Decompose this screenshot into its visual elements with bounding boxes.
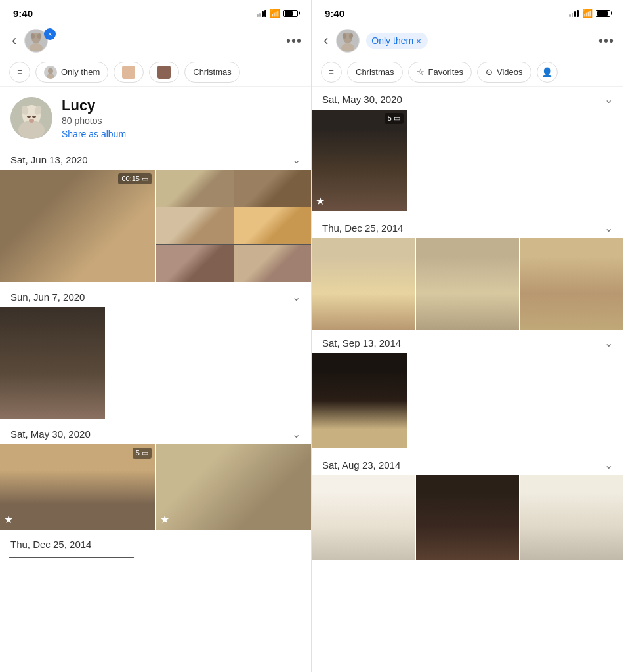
date-label-aug23-right: Sat, Aug 23, 2014 — [322, 459, 400, 471]
photo-cell-1-may30-left[interactable]: 5 ▭ ★ — [0, 444, 155, 530]
profile-section: Lucy 80 photos Share as album — [0, 87, 311, 147]
svg-point-8 — [18, 121, 45, 139]
date-label-jun7: Sun, Jun 7, 2020 — [10, 291, 85, 303]
more-button-left[interactable]: ••• — [286, 33, 302, 49]
avatar-chip-left[interactable]: × — [24, 29, 56, 52]
filter-person-icon-right[interactable]: 👤 — [537, 62, 558, 83]
filter-chip-thumb1-left[interactable] — [114, 62, 144, 83]
chevron-down-dec25-right[interactable]: ⌄ — [604, 222, 613, 234]
photo-row-may30-left: 5 ▭ ★ ★ — [0, 444, 311, 532]
photo-cell-xmas2[interactable] — [416, 238, 519, 330]
chevron-down-jun13[interactable]: ⌄ — [292, 154, 301, 166]
date-label-may30-right: Sat, May 30, 2020 — [322, 94, 402, 105]
filter-icon-button-left[interactable]: ≡ — [9, 62, 30, 83]
date-label-sep13-right: Sat, Sep 13, 2014 — [322, 337, 401, 348]
signal-icon-left — [257, 10, 266, 17]
photo-trio-dec25-right — [312, 238, 623, 330]
profile-avatar — [10, 97, 52, 139]
svg-point-15 — [341, 43, 354, 51]
top-bar-right: ‹ Only them × ••• — [312, 24, 623, 58]
filter-chip-videos-right[interactable]: ⊙ Videos — [477, 62, 531, 83]
photo-cell-aug2[interactable] — [416, 475, 519, 560]
date-label-dec25-hint: Thu, Dec 25, 2014 — [10, 539, 91, 550]
date-header-may30-right[interactable]: Sat, May 30, 2020 ⌄ — [312, 87, 623, 110]
photo-badge-may30-left: 5 ▭ — [133, 448, 152, 459]
photo-cell-aug1[interactable] — [312, 475, 415, 560]
status-icons-right: 📶 — [569, 9, 610, 18]
chip-close-right[interactable]: × — [416, 36, 421, 46]
photo-cell-2-may30-left[interactable]: ★ — [156, 444, 311, 530]
person-chip-label-right[interactable]: Only them × — [366, 33, 427, 49]
chevron-down-sep13-right[interactable]: ⌄ — [604, 337, 613, 349]
status-time-left: 9:40 — [13, 8, 33, 19]
filter-chip-christmas-left[interactable]: Christmas — [184, 62, 240, 83]
profile-photo-count: 80 photos — [62, 116, 126, 126]
status-time-right: 9:40 — [325, 8, 344, 19]
date-header-jun7[interactable]: Sun, Jun 7, 2020 ⌄ — [0, 284, 311, 307]
wifi-icon-right: 📶 — [582, 9, 593, 18]
chip-text-right: Only them — [371, 35, 413, 46]
filter-chip-thumb2-left[interactable] — [149, 62, 179, 83]
chevron-down-jun7[interactable]: ⌄ — [292, 291, 301, 303]
close-chip-left[interactable]: × — [44, 28, 56, 40]
date-label-dec25-right: Thu, Dec 25, 2014 — [322, 222, 403, 234]
collage-grid-jun13 — [156, 170, 311, 282]
status-bar-left: 9:40 📶 — [0, 0, 311, 24]
collage-cell-6 — [234, 245, 312, 282]
more-button-right[interactable]: ••• — [598, 33, 614, 49]
back-button-left[interactable]: ‹ — [9, 31, 19, 51]
chevron-down-may30-left[interactable]: ⌄ — [292, 428, 301, 440]
filter-chip-christmas-right[interactable]: Christmas — [347, 62, 403, 83]
chevron-down-aug23-right[interactable]: ⌄ — [604, 459, 613, 471]
filter-chip-only-them-left[interactable]: Only them — [35, 62, 108, 83]
svg-point-1 — [30, 43, 43, 51]
svg-point-13 — [29, 119, 34, 123]
svg-point-5 — [47, 74, 54, 79]
photo-cell-jun7[interactable] — [0, 307, 105, 419]
profile-name: Lucy — [62, 97, 126, 114]
date-header-dec25-right[interactable]: Thu, Dec 25, 2014 ⌄ — [312, 215, 623, 238]
filter-chip-favorites-right[interactable]: ☆ Favorites — [408, 62, 472, 83]
photo-cell-may30-right[interactable]: 5 ▭ ★ — [312, 110, 407, 211]
scroll-indicator-left — [9, 556, 134, 558]
thumb1-left — [122, 66, 135, 79]
filter-label-favorites-right: Favorites — [428, 67, 463, 77]
svg-point-12 — [32, 116, 36, 118]
collage-cell-2 — [234, 170, 312, 207]
date-header-aug23-right[interactable]: Sat, Aug 23, 2014 ⌄ — [312, 452, 623, 475]
content-left[interactable]: Lucy 80 photos Share as album Sat, Jun 1… — [0, 87, 311, 672]
collage-cell-3 — [156, 207, 234, 244]
star-icon-favorites: ☆ — [417, 67, 425, 77]
collage-cell-4 — [234, 207, 312, 244]
wifi-icon-left: 📶 — [270, 9, 280, 18]
date-header-dec25-hint[interactable]: Thu, Dec 25, 2014 — [0, 532, 311, 554]
avatar-right — [336, 29, 360, 52]
photo-cell-aug3[interactable] — [520, 475, 623, 560]
photo-cell-collage-jun13[interactable] — [156, 170, 311, 282]
photo-row-sep13-right — [312, 353, 623, 452]
avatar-chip-right — [336, 29, 360, 52]
chevron-down-may30-right[interactable]: ⌄ — [604, 93, 613, 106]
date-header-sep13-right[interactable]: Sat, Sep 13, 2014 ⌄ — [312, 330, 623, 353]
play-icon-videos: ⊙ — [486, 67, 493, 77]
profile-share-link[interactable]: Share as album — [62, 129, 126, 139]
back-button-right[interactable]: ‹ — [321, 31, 331, 51]
photo-cell-sep13-right[interactable] — [312, 353, 407, 448]
thumb2-left — [157, 66, 171, 79]
battery-icon-right — [596, 10, 610, 17]
star-badge-may30-left: ★ — [4, 513, 13, 526]
date-header-may30-left[interactable]: Sat, May 30, 2020 ⌄ — [0, 421, 311, 444]
collage-cell-5 — [156, 245, 234, 282]
filter-icon-button-right[interactable]: ≡ — [321, 62, 342, 83]
content-right[interactable]: Sat, May 30, 2020 ⌄ 5 ▭ ★ Thu, Dec 25, 2… — [312, 87, 623, 672]
photo-cell-xmas1[interactable] — [312, 238, 415, 330]
star-badge2-may30-left: ★ — [160, 513, 169, 526]
photo-row-may30-right: 5 ▭ ★ — [312, 110, 623, 215]
date-header-jun13[interactable]: Sat, Jun 13, 2020 ⌄ — [0, 147, 311, 170]
filter-label-christmas-right: Christmas — [356, 67, 394, 77]
photo-cell-xmas3[interactable] — [520, 238, 623, 330]
photo-row-jun13: 00:15 ▭ — [0, 170, 311, 284]
filter-avatar-left — [44, 66, 57, 79]
photo-cell-video-jun13[interactable]: 00:15 ▭ — [0, 170, 155, 282]
filter-row-right: ≡ Christmas ☆ Favorites ⊙ Videos 👤 — [312, 58, 623, 87]
